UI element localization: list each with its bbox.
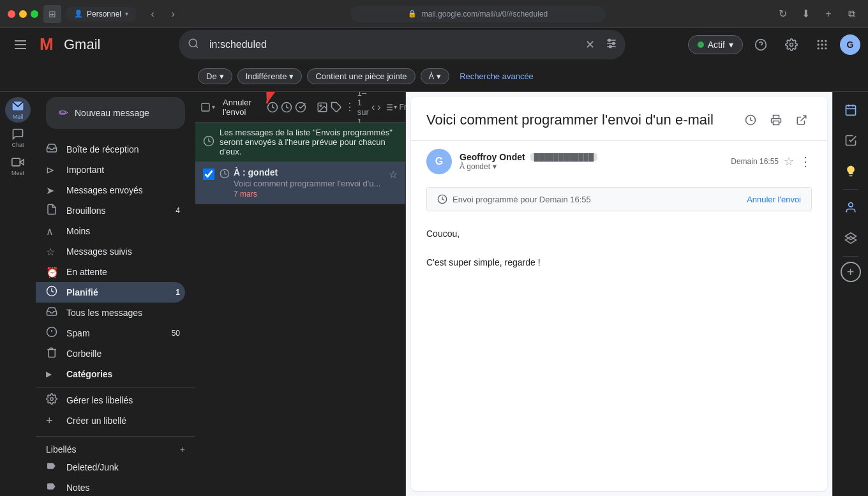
- right-panel-add-btn[interactable]: +: [841, 262, 861, 282]
- sidebar-item-chat[interactable]: Chat: [5, 125, 31, 151]
- spam-label: Spam: [66, 328, 172, 338]
- less-icon: ∧: [46, 225, 59, 237]
- sidebar-item-deleted-junk[interactable]: Deleted/Junk: [36, 457, 185, 477]
- sidebar-item-mail[interactable]: Mail: [5, 97, 31, 123]
- svg-point-37: [296, 102, 305, 112]
- email-star-btn[interactable]: ☆: [784, 154, 794, 169]
- right-panel-tasks-btn[interactable]: [838, 128, 864, 153]
- advanced-search-link[interactable]: Recherche avancée: [460, 71, 534, 81]
- back-btn[interactable]: ‹: [144, 5, 161, 23]
- drafts-label: Brouillons: [66, 206, 176, 216]
- reload-btn[interactable]: ↻: [774, 5, 791, 23]
- prev-page-btn[interactable]: ‹: [371, 97, 375, 117]
- manage-labels-label: Gérer les libellés: [66, 395, 180, 405]
- scheduled-icon-view[interactable]: [740, 110, 761, 130]
- filter-piece-jointe-label: Contient une pièce jointe: [315, 71, 407, 81]
- right-panel-contacts-btn[interactable]: [838, 195, 864, 220]
- sender-to: À gondet: [460, 162, 490, 171]
- manage-labels-item[interactable]: Gérer les libellés: [36, 390, 185, 410]
- mail-label: Mail: [13, 114, 24, 120]
- sidebar-item-sent[interactable]: ➤ Messages envoyés: [36, 180, 185, 200]
- sidebar-item-meet[interactable]: Meet: [5, 153, 31, 179]
- notification-icon: [203, 135, 214, 149]
- add-to-tasks-icon[interactable]: [295, 97, 306, 117]
- right-panel-calendar-btn[interactable]: [838, 97, 864, 123]
- insert-image-icon[interactable]: [317, 97, 328, 117]
- hamburger-menu[interactable]: [8, 32, 33, 57]
- filter-indifferente[interactable]: Indifférente ▾: [237, 68, 303, 84]
- status-button[interactable]: Actif ▾: [688, 35, 743, 54]
- create-label-icon: +: [46, 414, 59, 428]
- sidebar-item-starred[interactable]: ☆ Messages suivis: [36, 241, 185, 262]
- create-label-item[interactable]: + Créer un libellé: [36, 410, 185, 431]
- right-panel-keep-btn[interactable]: [838, 158, 864, 184]
- email-item[interactable]: À : gondet Voici comment programmer l'en…: [195, 162, 405, 204]
- email-more-btn[interactable]: ⋮: [799, 154, 812, 169]
- svg-point-21: [825, 43, 827, 45]
- sidebar-item-important[interactable]: ⊳ Important: [36, 160, 185, 180]
- profile-selector[interactable]: 👤 Personnel ▾: [66, 7, 136, 21]
- svg-point-20: [821, 43, 823, 45]
- add-label-btn[interactable]: +: [180, 444, 185, 455]
- email-star[interactable]: ☆: [389, 169, 398, 181]
- sidebar-item-less[interactable]: ∧ Moins: [36, 221, 185, 241]
- label-icon[interactable]: [331, 97, 342, 117]
- window-btn[interactable]: ⧉: [842, 5, 860, 23]
- right-panel-dropbox-btn[interactable]: [838, 225, 864, 251]
- email-checkbox[interactable]: [203, 169, 214, 180]
- url-bar[interactable]: 🔒 mail.google.com/mail/u/0/#scheduled: [350, 6, 606, 22]
- sidebar-item-spam[interactable]: Spam 50: [36, 323, 185, 343]
- sender-to-chevron[interactable]: ▾: [493, 162, 497, 171]
- more-actions-icon[interactable]: ⋮: [345, 97, 355, 117]
- search-options-icon[interactable]: [605, 37, 618, 52]
- help-button[interactable]: [748, 32, 774, 57]
- sidebar-item-scheduled[interactable]: Planifié 1: [36, 282, 185, 303]
- print-btn[interactable]: [766, 110, 786, 130]
- settings-button[interactable]: [779, 32, 804, 57]
- svg-rect-0: [15, 40, 26, 41]
- apps-button[interactable]: [809, 32, 835, 57]
- categories-label: Catégories: [66, 369, 180, 379]
- scheduled-count: 1: [176, 288, 180, 297]
- important-icon: ⊳: [46, 164, 59, 176]
- sidebar-item-trash[interactable]: Corbeille: [36, 343, 185, 364]
- svg-point-32: [50, 398, 54, 401]
- url-text: mail.google.com/mail/u/0/#scheduled: [422, 10, 548, 19]
- sidebar-item-snoozed[interactable]: ⏰ En attente: [36, 262, 185, 282]
- sender-name: Geoffroy Ondet: [460, 152, 525, 162]
- sidebar-item-drafts[interactable]: Brouillons 4: [36, 200, 185, 221]
- svg-point-16: [818, 40, 819, 42]
- cancel-send-toolbar-btn[interactable]: Annuler l'envoi: [218, 97, 257, 117]
- open-new-btn[interactable]: [791, 110, 812, 130]
- download-btn[interactable]: ⬇: [797, 5, 814, 23]
- filter-de[interactable]: De ▾: [198, 68, 232, 84]
- sidebar-item-inbox[interactable]: Boîte de réception: [36, 139, 185, 160]
- view-options-btn[interactable]: ▾: [384, 97, 397, 117]
- sidebar-toggle-btn[interactable]: ⊞: [43, 5, 61, 23]
- compose-button[interactable]: ✏ Nouveau message: [46, 97, 185, 129]
- select-all-checkbox[interactable]: ▾: [200, 97, 215, 117]
- search-input[interactable]: [179, 30, 625, 59]
- email-list: ▾ Annuler l'envoi: [195, 92, 406, 496]
- search-clear-icon[interactable]: ✕: [585, 38, 595, 52]
- next-page-btn[interactable]: ›: [377, 97, 380, 117]
- filter-de-chevron: ▾: [220, 71, 224, 81]
- sidebar-item-categories[interactable]: ▶ Catégories: [36, 364, 185, 384]
- deleted-junk-icon: [46, 461, 59, 474]
- manage-labels-icon: [46, 393, 59, 407]
- svg-rect-2: [15, 48, 26, 49]
- notes-label: Notes: [66, 483, 180, 493]
- filter-a[interactable]: À ▾: [421, 68, 450, 84]
- user-avatar[interactable]: G: [840, 34, 860, 55]
- sidebar-item-notes[interactable]: Notes: [36, 477, 185, 496]
- snooze-icon[interactable]: [281, 97, 292, 117]
- profile-label: Personnel: [87, 10, 121, 19]
- forward-btn[interactable]: ›: [164, 5, 182, 23]
- cancel-send-btn[interactable]: Annuler l'envoi: [747, 195, 801, 204]
- filter-piece-jointe[interactable]: Contient une pièce jointe: [307, 68, 415, 84]
- sidebar-item-all[interactable]: Tous les messages: [36, 303, 185, 323]
- new-tab-btn[interactable]: +: [819, 5, 837, 23]
- meet-label: Meet: [11, 170, 24, 176]
- search-icon: [188, 38, 199, 52]
- schedule-send-icon[interactable]: [267, 97, 278, 117]
